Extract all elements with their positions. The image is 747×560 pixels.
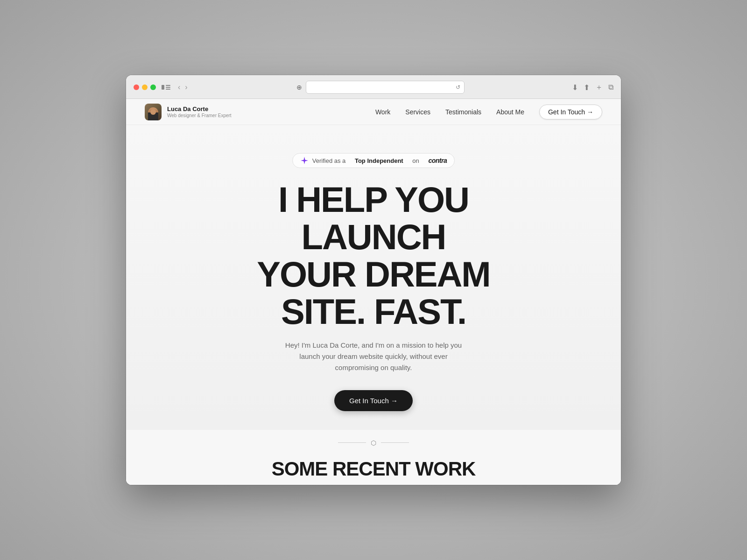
hero-headline-line1: I HELP YOU LAUNCH: [278, 180, 469, 257]
hero-section: Verified as a Top Independent on contra …: [126, 125, 621, 429]
hero-cta-button[interactable]: Get In Touch →: [334, 390, 413, 411]
forward-button[interactable]: ›: [183, 82, 189, 92]
divider-line-right: [381, 442, 409, 443]
nav-link-testimonials[interactable]: Testimonials: [445, 108, 481, 116]
back-button[interactable]: ‹: [176, 82, 182, 92]
new-tab-icon[interactable]: ＋: [595, 83, 603, 92]
download-icon[interactable]: ⬇: [572, 83, 578, 92]
divider-section: ⬡ SOME RECENT WORK: [126, 430, 621, 485]
browser-chrome: ‹ › ⊕ ↺ ⬇ ⬆ ＋ ⧉: [126, 75, 621, 99]
nav-links: Work Services Testimonials About Me Get …: [375, 105, 602, 119]
browser-toolbar: ‹ › ⊕ ↺ ⬇ ⬆ ＋ ⧉: [134, 81, 613, 98]
badge-prefix: Verified as a: [312, 157, 346, 164]
close-button[interactable]: [134, 84, 139, 90]
brand-tagline: Web designer & Framer Expert: [167, 113, 232, 119]
brand-name: Luca Da Corte: [167, 105, 232, 113]
hero-subtext: Hey! I'm Luca Da Corte, and I'm on a mis…: [280, 340, 467, 373]
website-content: Luca Da Corte Web designer & Framer Expe…: [126, 99, 621, 484]
share-icon[interactable]: ⬆: [584, 83, 590, 92]
reload-button[interactable]: ↺: [456, 84, 460, 91]
site-nav: Luca Da Corte Web designer & Framer Expe…: [126, 99, 621, 125]
contra-star-icon: [300, 156, 309, 165]
nav-brand[interactable]: Luca Da Corte Web designer & Framer Expe…: [145, 104, 232, 120]
nav-cta-button[interactable]: Get In Touch →: [539, 105, 602, 119]
address-bar-area: ⊕ ↺: [195, 81, 566, 94]
browser-actions: ⬇ ⬆ ＋ ⧉: [572, 83, 613, 92]
contra-wordmark: contra: [428, 157, 447, 164]
badge-mid: on: [412, 157, 419, 164]
nav-link-work[interactable]: Work: [375, 108, 390, 116]
ornamental-divider: ⬡: [338, 439, 409, 447]
badge-bold: Top Independent: [355, 157, 403, 164]
hero-headline-line2: YOUR DREAM SITE. FAST.: [257, 254, 490, 331]
nav-link-services[interactable]: Services: [405, 108, 430, 116]
minimize-button[interactable]: [142, 84, 148, 90]
traffic-lights: [134, 84, 156, 90]
recent-work-title: SOME RECENT WORK: [272, 458, 476, 485]
divider-icon: ⬡: [371, 439, 376, 447]
brand-avatar: [145, 104, 162, 120]
avatar-figure: [148, 107, 158, 120]
nav-link-about[interactable]: About Me: [496, 108, 524, 116]
browser-window: ‹ › ⊕ ↺ ⬇ ⬆ ＋ ⧉: [126, 75, 621, 484]
privacy-icon: ⊕: [296, 84, 302, 91]
address-bar[interactable]: ↺: [306, 81, 465, 94]
sidebar-toggle-button[interactable]: [162, 85, 170, 90]
tabs-icon[interactable]: ⧉: [608, 83, 613, 91]
maximize-button[interactable]: [150, 84, 156, 90]
divider-line-left: [338, 442, 366, 443]
nav-arrows: ‹ ›: [176, 82, 190, 92]
verified-badge: Verified as a Top Independent on contra: [292, 153, 455, 168]
brand-text: Luca Da Corte Web designer & Framer Expe…: [167, 105, 232, 119]
hero-headline: I HELP YOU LAUNCH YOUR DREAM SITE. FAST.: [215, 181, 532, 330]
